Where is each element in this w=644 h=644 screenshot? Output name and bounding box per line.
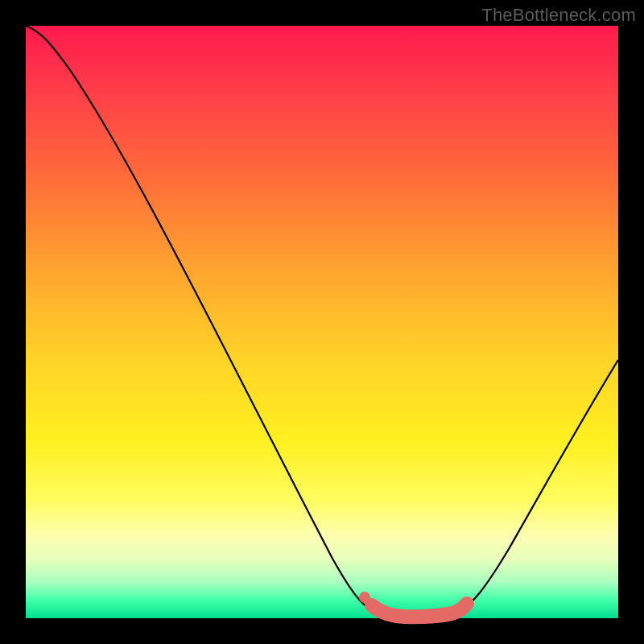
bottleneck-curve bbox=[26, 26, 618, 617]
watermark-text: TheBottleneck.com bbox=[481, 5, 636, 26]
optimal-range-highlight bbox=[372, 604, 467, 617]
plot-area bbox=[26, 26, 618, 618]
optimal-range-start-dot bbox=[359, 592, 370, 603]
chart-svg bbox=[26, 26, 618, 618]
chart-stage: TheBottleneck.com bbox=[0, 0, 644, 644]
